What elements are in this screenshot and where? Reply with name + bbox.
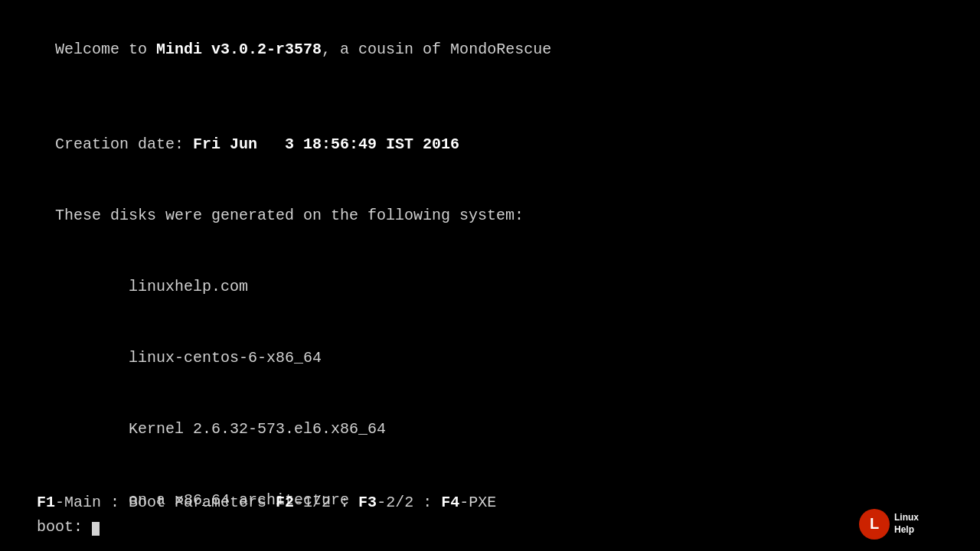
creation-value: Fri Jun 3 18:56:49 IST 2016 [193, 135, 459, 153]
disks-line: These disks were generated on the follow… [18, 180, 962, 251]
boot-prompt-label: boot: [37, 518, 92, 536]
blank-line-2 [18, 536, 962, 551]
terminal-screen: Welcome to Mindi v3.0.2-r3578, a cousin … [0, 0, 980, 551]
f3-label: -2/2 : [377, 494, 441, 511]
f2-key: F2 [276, 494, 294, 511]
welcome-text-suffix: , a cousin of MondoRescue [322, 41, 551, 58]
sysinfo-kernel: Kernel 2.6.32-573.el6.x86_64 [18, 393, 962, 465]
cursor [92, 522, 100, 536]
mindi-version: Mindi v3.0.2-r3578 [156, 41, 322, 58]
f3-key: F3 [358, 494, 377, 511]
svg-text:Linux: Linux [894, 512, 919, 523]
sysinfo-host: linuxhelp.com [18, 251, 962, 322]
blank-line-1 [18, 85, 962, 109]
welcome-line: Welcome to Mindi v3.0.2-r3578, a cousin … [18, 14, 962, 85]
f2-label: -1/2 : [294, 494, 358, 511]
f4-key: F4 [441, 494, 459, 511]
disks-text: These disks were generated on the follow… [55, 207, 524, 224]
f4-label: -PXE [459, 494, 496, 511]
welcome-text-prefix: Welcome to [55, 41, 156, 58]
sysinfo-hostname: linux-centos-6-x86_64 [18, 322, 962, 393]
svg-text:L: L [870, 515, 879, 532]
linuxhelp-logo: L Linux Help [858, 505, 965, 543]
creation-label: Creation date: [55, 135, 193, 153]
creation-date-line: Creation date: Fri Jun 3 18:56:49 IST 20… [18, 109, 962, 180]
svg-text:Help: Help [894, 524, 914, 535]
boot-prompt[interactable]: boot: [18, 500, 100, 536]
